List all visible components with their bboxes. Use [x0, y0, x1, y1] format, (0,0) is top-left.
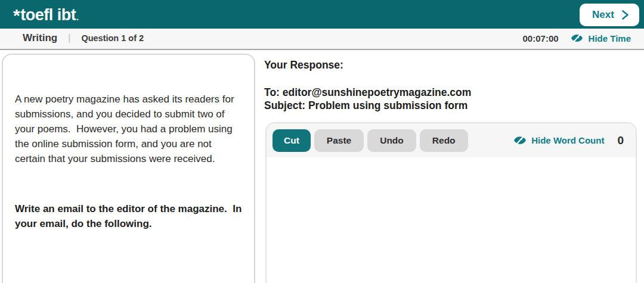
undo-button[interactable]: Undo [367, 129, 416, 152]
response-text-input[interactable] [267, 157, 636, 283]
prompt-instruction: Write an email to the editor of the maga… [15, 201, 242, 231]
email-to-line: To: editor@sunshinepoetrymagazine.com [264, 86, 471, 99]
hide-word-count-toggle[interactable]: Hide Word Count [513, 135, 604, 145]
response-title: Your Response: [264, 59, 343, 71]
logo-asterisk-icon: * [13, 7, 20, 24]
logo-word-ibt: ibt [57, 7, 76, 23]
writing-section-bar: Writing | Question 1 of 2 00:07:00 Hide … [0, 29, 644, 50]
toefl-ibt-logo: *toeflibt. [13, 5, 79, 23]
prompt-panel: A new poetry magazine has asked its read… [2, 54, 255, 283]
eye-slash-icon [571, 33, 583, 43]
top-header-bar: *toeflibt. Next [0, 0, 644, 29]
section-title: Writing [23, 32, 57, 44]
prompt-bullet-list: Tell the editor what you like about the … [15, 266, 242, 283]
logo-word-toefl: toefl [20, 7, 53, 23]
content-area: A new poetry magazine has asked its read… [0, 51, 644, 283]
next-button-label: Next [592, 9, 614, 21]
email-header-block: To: editor@sunshinepoetrymagazine.com Su… [264, 86, 471, 112]
chevron-right-icon [621, 10, 629, 20]
logo-dot: . [76, 13, 78, 21]
prompt-paragraph: A new poetry magazine has asked its read… [15, 92, 242, 166]
question-progress: Question 1 of 2 [81, 33, 144, 43]
response-editor-panel: Cut Paste Undo Redo Hide Word Count 0 [265, 122, 637, 283]
editor-toolbar: Cut Paste Undo Redo Hide Word Count 0 [267, 123, 636, 157]
eye-slash-icon [513, 135, 527, 145]
hide-time-label: Hide Time [589, 33, 631, 43]
word-count-value: 0 [617, 134, 624, 147]
paste-button[interactable]: Paste [314, 129, 364, 152]
timer-display: 00:07:00 [523, 33, 559, 43]
next-button[interactable]: Next [580, 4, 639, 26]
redo-button[interactable]: Redo [420, 129, 468, 152]
separator: | [68, 33, 70, 43]
toefl-writing-screen: *toeflibt. Next Writing | Question 1 of … [0, 0, 644, 283]
email-subject-line: Subject: Problem using submission form [264, 99, 471, 112]
hide-time-toggle[interactable]: Hide Time [571, 33, 631, 43]
cut-button[interactable]: Cut [273, 129, 311, 152]
hide-word-count-label: Hide Word Count [531, 135, 604, 145]
